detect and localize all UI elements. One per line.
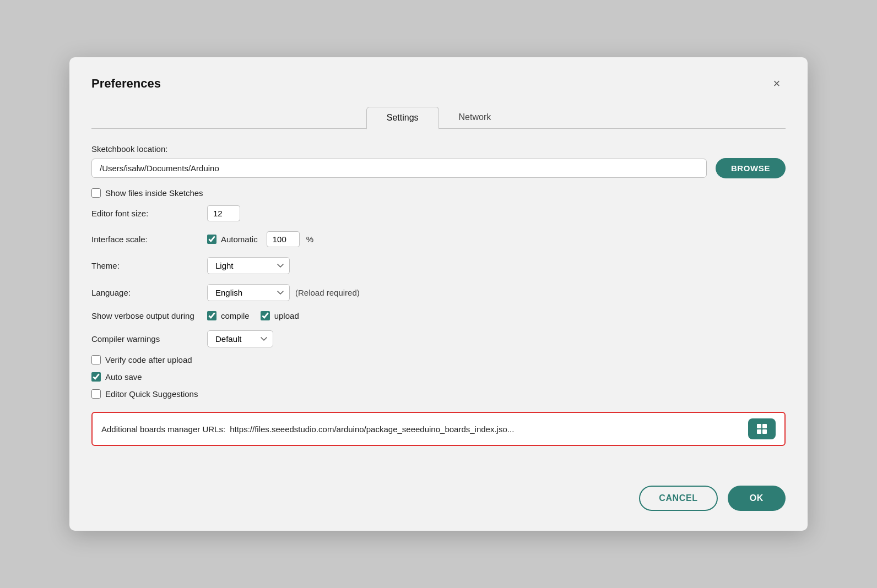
svg-rect-0 xyxy=(757,424,761,428)
close-button[interactable]: × xyxy=(768,75,786,92)
sketchbook-label: Sketchbook location: xyxy=(91,144,167,154)
cancel-button[interactable]: CANCEL xyxy=(639,486,718,511)
auto-save-checkbox[interactable] xyxy=(91,372,101,382)
theme-row: Theme: Light Dark xyxy=(91,257,786,274)
boards-url-edit-button[interactable] xyxy=(748,418,776,439)
automatic-checkbox[interactable] xyxy=(207,235,216,244)
verbose-output-row: Show verbose output during compile uploa… xyxy=(91,311,786,320)
dialog-title: Preferences xyxy=(91,77,161,91)
verify-upload-label: Verify code after upload xyxy=(105,355,192,364)
settings-content: Sketchbook location: BROWSE Show files i… xyxy=(91,144,786,470)
reload-note: (Reload required) xyxy=(295,288,360,297)
verify-upload-checkbox[interactable] xyxy=(91,355,101,364)
tab-settings[interactable]: Settings xyxy=(366,107,439,129)
auto-save-row: Auto save xyxy=(91,372,786,382)
upload-verbose-checkbox[interactable] xyxy=(261,311,270,320)
compiler-warnings-row: Compiler warnings None Default More All xyxy=(91,330,786,347)
theme-select[interactable]: Light Dark xyxy=(207,257,290,274)
theme-label: Theme: xyxy=(91,261,207,270)
sketchbook-path-input[interactable] xyxy=(91,159,707,178)
browse-button[interactable]: BROWSE xyxy=(716,158,786,178)
scale-controls: Automatic % xyxy=(207,231,313,247)
tab-network[interactable]: Network xyxy=(439,107,511,129)
show-files-label: Show files inside Sketches xyxy=(105,188,203,198)
dialog-header: Preferences × xyxy=(91,75,786,92)
ok-button[interactable]: OK xyxy=(728,486,786,511)
language-label: Language: xyxy=(91,288,207,297)
tab-bar: Settings Network xyxy=(91,106,786,129)
automatic-label: Automatic xyxy=(221,235,258,244)
auto-save-label: Auto save xyxy=(105,372,142,382)
compiler-warnings-label: Compiler warnings xyxy=(91,334,207,344)
language-row: Language: English Deutsch Français Españ… xyxy=(91,284,786,301)
compiler-warnings-select[interactable]: None Default More All xyxy=(207,330,273,347)
preferences-dialog: Preferences × Settings Network Sketchboo… xyxy=(69,57,808,531)
sketchbook-location-section: Sketchbook location: BROWSE xyxy=(91,144,786,183)
font-size-label: Editor font size: xyxy=(91,209,207,218)
verbose-label: Show verbose output during xyxy=(91,311,207,320)
verify-code-row: Verify code after upload xyxy=(91,355,786,364)
editor-suggestions-label: Editor Quick Suggestions xyxy=(105,389,198,399)
dialog-footer: CANCEL OK xyxy=(91,486,786,511)
compile-verbose-label: compile xyxy=(221,311,250,320)
edit-boards-icon xyxy=(756,423,768,435)
verbose-controls: compile upload xyxy=(207,311,299,320)
font-size-row: Editor font size: xyxy=(91,205,786,221)
svg-rect-3 xyxy=(762,429,767,434)
editor-suggestions-row: Editor Quick Suggestions xyxy=(91,389,786,399)
interface-scale-row: Interface scale: Automatic % xyxy=(91,231,786,247)
font-size-input[interactable] xyxy=(207,205,240,221)
upload-verbose-label: upload xyxy=(274,311,299,320)
boards-url-value: https://files.seeedstudio.com/arduino/pa… xyxy=(230,424,741,434)
scale-unit: % xyxy=(306,235,313,244)
svg-rect-2 xyxy=(757,429,761,434)
boards-url-row: Additional boards manager URLs: https://… xyxy=(91,412,786,446)
interface-scale-label: Interface scale: xyxy=(91,235,207,244)
sketchbook-path-row: BROWSE xyxy=(91,158,786,178)
show-files-row: Show files inside Sketches xyxy=(91,188,786,198)
editor-suggestions-checkbox[interactable] xyxy=(91,389,101,399)
scale-value-input[interactable] xyxy=(267,231,300,247)
svg-rect-1 xyxy=(762,424,767,428)
language-select[interactable]: English Deutsch Français Español xyxy=(207,284,290,301)
compile-verbose-checkbox[interactable] xyxy=(207,311,216,320)
show-files-checkbox[interactable] xyxy=(91,188,101,198)
boards-url-label: Additional boards manager URLs: xyxy=(101,424,225,434)
